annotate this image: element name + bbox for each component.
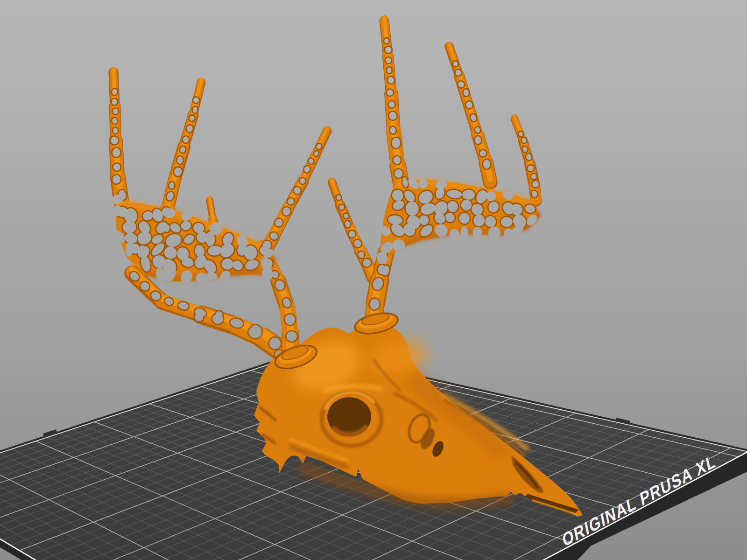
- slicer-3d-viewport[interactable]: ORIGINAL PRUSA XL: [0, 0, 747, 560]
